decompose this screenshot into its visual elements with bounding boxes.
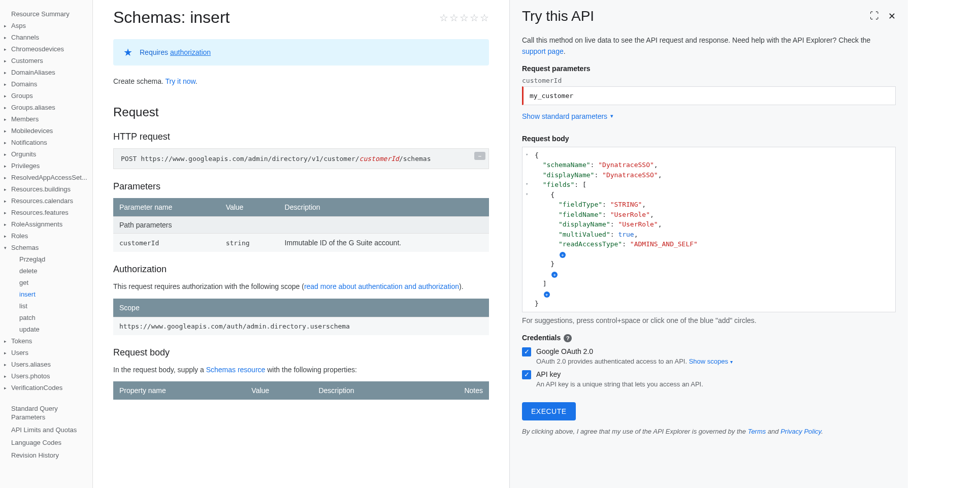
nav-item-customers[interactable]: Customers	[0, 55, 92, 67]
star-icon[interactable]: ☆	[439, 12, 448, 24]
col-param-name: Parameter name	[113, 198, 220, 217]
add-array-item-icon[interactable]: +	[551, 272, 558, 278]
nav-item-mobiledevices[interactable]: Mobiledevices	[0, 125, 92, 137]
rating-stars[interactable]: ☆ ☆ ☆ ☆ ☆	[439, 12, 489, 24]
nav-item-verificationcodes[interactable]: VerificationCodes	[0, 382, 92, 394]
http-request-codeblock: POST https://www.googleapis.com/admin/di…	[113, 148, 489, 169]
col-description: Description	[279, 198, 489, 217]
nav-item-resolvedappaccessset-[interactable]: ResolvedAppAccessSet...	[0, 172, 92, 183]
param-customerid-input[interactable]	[522, 86, 896, 105]
nav-item-users-photos[interactable]: Users.photos	[0, 370, 92, 382]
nav-item-tokens[interactable]: Tokens	[0, 335, 92, 347]
param-desc-cell: Immutable ID of the G Suite account.	[279, 234, 489, 252]
nav-item-roleassignments[interactable]: RoleAssignments	[0, 218, 92, 230]
nav-item-users[interactable]: Users	[0, 347, 92, 359]
nav-item-resources-features[interactable]: Resources.features	[0, 207, 92, 218]
editor-hint: For suggestions, press control+space or …	[522, 316, 896, 324]
nav-item-groups-aliases[interactable]: Groups.aliases	[0, 102, 92, 113]
auth-readmore-link[interactable]: read more about authentication and autho…	[304, 282, 459, 290]
requires-auth-text: Requires authorization	[140, 48, 211, 56]
http-request-heading: HTTP request	[113, 132, 489, 142]
nav-item-resources-buildings[interactable]: Resources.buildings	[0, 183, 92, 195]
code-badge-icon[interactable]: ⋯	[474, 152, 485, 160]
param-name-cell: customerId	[113, 234, 220, 252]
nav-item-standard-query-parameters[interactable]: Standard Query Parameters	[0, 403, 92, 424]
scope-header: Scope	[113, 299, 489, 317]
nav-item-notifications[interactable]: Notifications	[0, 137, 92, 148]
star-icon[interactable]: ☆	[449, 12, 459, 24]
col-property: Property name	[113, 381, 245, 400]
nav-item-channels[interactable]: Channels	[0, 31, 92, 43]
star-icon[interactable]: ☆	[480, 12, 489, 24]
nav-item-resource-summary[interactable]: Resource Summary	[0, 8, 92, 20]
nav-item-patch[interactable]: patch	[0, 312, 92, 323]
try-api-panel: Try this API ⛶ ✕ Call this method on liv…	[509, 0, 908, 488]
nav-item-resources-calendars[interactable]: Resources.calendars	[0, 195, 92, 207]
execute-button[interactable]: EXECUTE	[522, 402, 576, 420]
star-icon[interactable]: ☆	[470, 12, 479, 24]
nav-item-roles[interactable]: Roles	[0, 230, 92, 242]
page-title: Schemas: insert	[113, 8, 230, 27]
nav-item-list[interactable]: list	[0, 300, 92, 312]
apikey-label: API key	[536, 370, 896, 378]
nav-item-domainaliases[interactable]: DomainAliases	[0, 67, 92, 78]
path-params-subheader: Path parameters	[113, 217, 489, 234]
request-parameters-label: Request parameters	[522, 64, 896, 73]
auth-paragraph: This request requires authorization with…	[113, 281, 489, 292]
col-value: Value	[245, 381, 312, 400]
oauth-desc: OAuth 2.0 provides authenticated access …	[536, 357, 896, 365]
add-property-icon[interactable]: +	[544, 291, 550, 298]
request-body-paragraph: In the request body, supply a Schemas re…	[113, 364, 489, 375]
apikey-desc: An API key is a unique string that lets …	[536, 380, 896, 388]
col-value: Value	[220, 198, 279, 217]
table-row: customerId string Immutable ID of the G …	[113, 234, 489, 252]
nav-item-revision-history[interactable]: Revision History	[0, 449, 92, 462]
nav-item-update[interactable]: update	[0, 323, 92, 335]
col-notes: Notes	[420, 381, 489, 400]
nav-item-privileges[interactable]: Privileges	[0, 160, 92, 172]
request-body-editor[interactable]: ▾{ "schemaName": "DynatraceSSO", "displa…	[522, 147, 896, 312]
apikey-checkbox[interactable]: ✓	[522, 370, 531, 379]
help-icon[interactable]: ?	[564, 334, 572, 342]
sidebar-nav: Resource SummaryAspsChannelsChromeosdevi…	[0, 0, 93, 488]
try-it-now-link[interactable]: Try it now	[165, 77, 195, 85]
intro-paragraph: Create schema. Try it now.	[113, 76, 489, 87]
nav-item-przegl-d[interactable]: Przegląd	[0, 253, 92, 265]
nav-item-members[interactable]: Members	[0, 113, 92, 125]
add-field-icon[interactable]: +	[560, 252, 566, 258]
authorization-heading: Authorization	[113, 264, 489, 275]
nav-item-get[interactable]: get	[0, 277, 92, 288]
scope-table: Scope https://www.googleapis.com/auth/ad…	[113, 299, 489, 335]
credentials-label: Credentials?	[522, 334, 896, 342]
main-content: Schemas: insert ☆ ☆ ☆ ☆ ☆ ★ Requires aut…	[93, 0, 509, 488]
nav-item-domains[interactable]: Domains	[0, 78, 92, 90]
schemas-resource-link[interactable]: Schemas resource	[206, 366, 266, 374]
nav-item-users-aliases[interactable]: Users.aliases	[0, 359, 92, 370]
nav-item-delete[interactable]: delete	[0, 265, 92, 277]
scope-value: https://www.googleapis.com/auth/admin.di…	[113, 317, 489, 335]
nav-item-schemas[interactable]: Schemas	[0, 242, 92, 253]
fullscreen-icon[interactable]: ⛶	[870, 11, 879, 22]
privacy-link[interactable]: Privacy Policy	[780, 428, 821, 435]
star-icon[interactable]: ☆	[460, 12, 469, 24]
terms-link[interactable]: Terms	[748, 428, 766, 435]
support-page-link[interactable]: support page	[522, 47, 564, 55]
show-standard-parameters[interactable]: Show standard parameters ▾	[522, 112, 613, 120]
param-customerid-label: customerId	[522, 77, 896, 84]
authorization-notice: ★ Requires authorization	[113, 39, 489, 66]
nav-item-chromeosdevices[interactable]: Chromeosdevices	[0, 43, 92, 55]
oauth-label: Google OAuth 2.0	[536, 347, 896, 355]
nav-item-language-codes[interactable]: Language Codes	[0, 437, 92, 449]
close-icon[interactable]: ✕	[888, 11, 896, 22]
legal-text: By clicking above, I agree that my use o…	[522, 428, 896, 435]
oauth-checkbox[interactable]: ✓	[522, 347, 531, 356]
authorization-link[interactable]: authorization	[170, 48, 211, 56]
nav-item-orgunits[interactable]: Orgunits	[0, 148, 92, 160]
nav-item-groups[interactable]: Groups	[0, 90, 92, 102]
nav-item-insert[interactable]: insert	[0, 288, 92, 300]
show-scopes-link[interactable]: Show scopes ▾	[689, 357, 733, 365]
nav-item-asps[interactable]: Asps	[0, 20, 92, 31]
star-filled-icon: ★	[123, 46, 133, 58]
request-body-heading: Request body	[113, 347, 489, 358]
nav-item-api-limits-and-quotas[interactable]: API Limits and Quotas	[0, 424, 92, 437]
